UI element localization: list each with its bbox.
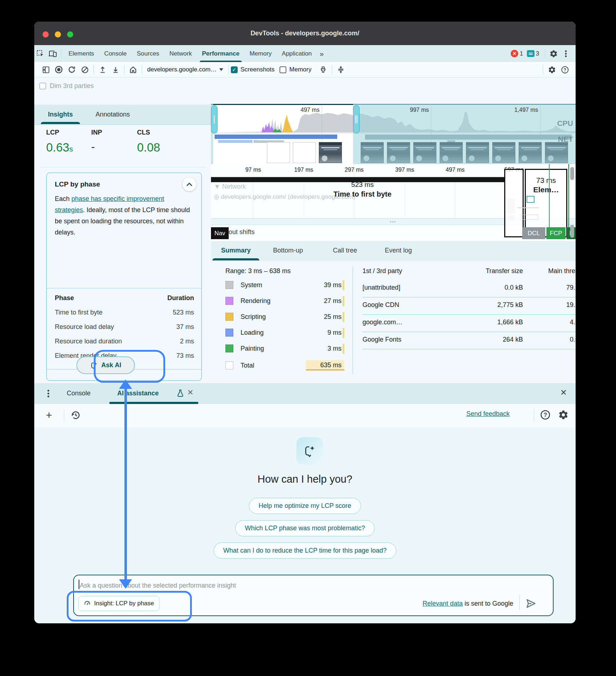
party-table-row[interactable]: Google CDN2,775 kB19.2 m (362, 301, 576, 309)
tab-application[interactable]: Application (277, 45, 317, 62)
close-ai-tab-icon[interactable]: ✕ (187, 388, 194, 397)
legend-row: Rendering27 ms (225, 297, 344, 305)
divider (39, 167, 206, 167)
tab-sources[interactable]: Sources (132, 45, 164, 62)
tab-elements[interactable]: Elements (63, 45, 99, 62)
upload-trace-icon[interactable] (96, 63, 109, 76)
ai-assistance-toolbar: + Send feedback ? (34, 404, 576, 428)
metric-cls-value[interactable]: 0.08 (137, 141, 160, 154)
settings-gear-icon[interactable] (545, 63, 558, 76)
expand-tracks-ellipsis[interactable]: … (390, 216, 396, 224)
download-trace-icon[interactable] (109, 63, 122, 76)
collapse-sections-icon[interactable] (334, 63, 347, 76)
network-section-label[interactable]: ▼ Network (214, 183, 246, 190)
ruler-tick: 397 ms (395, 167, 414, 173)
memory-checkbox[interactable] (280, 66, 286, 73)
devtools-window: DevTools - developers.google.com/ Elemen… (34, 22, 576, 623)
dim-third-parties-checkbox[interactable] (39, 83, 46, 89)
party-table-header: 1st / 3rd partyTransfer sizeMain thread … (362, 267, 576, 275)
annotation-ring-context-chip (67, 591, 192, 622)
more-tabs-icon[interactable]: » (317, 45, 327, 62)
collapse-insight-button[interactable] (182, 177, 196, 191)
metric-lcp-value[interactable]: 0.63s (46, 141, 73, 154)
inspect-element-icon[interactable] (34, 48, 47, 60)
device-toolbar-icon[interactable] (47, 48, 59, 60)
suggestion-chip[interactable]: Help me optimize my LCP score (249, 498, 361, 514)
overview-time-label: 497 ms (301, 107, 320, 113)
scrollbar-thumb[interactable] (570, 167, 574, 180)
lcp-marker-line (568, 164, 569, 231)
phase-row: Resource load duration2 ms (55, 338, 194, 345)
fcp-badge: FCP (546, 227, 566, 239)
legend-row: Scripting25 ms (225, 313, 344, 321)
legend-row-total: Total635 ms (225, 360, 344, 370)
history-icon[interactable] (70, 410, 81, 421)
tab-call-tree[interactable]: Call tree (333, 241, 357, 260)
ruler-tick: 497 ms (446, 167, 465, 173)
gc-brush-icon[interactable] (317, 63, 330, 76)
reload-record-icon[interactable] (65, 63, 78, 76)
ai-spark-icon (296, 437, 323, 465)
drawer-tab-console[interactable]: Console (67, 383, 91, 404)
tab-event-log[interactable]: Event log (385, 241, 412, 260)
tab-performance[interactable]: Performance (197, 45, 245, 62)
filmstrip-frame[interactable] (293, 142, 316, 163)
tab-console[interactable]: Console (99, 45, 132, 62)
close-drawer-icon[interactable]: ✕ (560, 388, 567, 398)
text-cursor (79, 580, 79, 589)
page-selector-dropdown[interactable]: developers.google.com… (147, 66, 223, 73)
sidebar-tab-strip: Insights Annotations (34, 105, 211, 125)
fcp-marker-line (549, 164, 550, 231)
send-prompt-icon[interactable] (525, 597, 537, 610)
party-table-row[interactable]: [unattributed]0.0 kB79.1 m (362, 284, 576, 291)
tab-insights[interactable]: Insights (48, 105, 73, 124)
tab-annotations[interactable]: Annotations (96, 105, 130, 124)
ruler-tick: 97 ms (245, 167, 261, 173)
legend-row: Painting3 ms (225, 344, 344, 352)
net-bar-selected (215, 135, 337, 139)
annotation-arrow (124, 387, 127, 579)
dim-third-parties-label: Dim 3rd parties (50, 82, 94, 90)
clear-icon[interactable] (78, 63, 91, 76)
party-table-row[interactable]: Google Fonts264 kB0.0 m (362, 336, 576, 343)
party-table-row[interactable]: google.com…1,666 kB4.6 m (362, 319, 576, 326)
settings-gear-icon[interactable] (547, 48, 560, 60)
issues-badge-icon[interactable] (527, 50, 534, 57)
more-options-kebab-icon[interactable] (560, 48, 572, 60)
filmstrip-frame[interactable] (267, 142, 290, 163)
suggestion-chip[interactable]: Which LCP phase was most problematic? (235, 520, 375, 536)
new-chat-plus-icon[interactable]: + (46, 409, 52, 421)
legend-row: Loading9 ms (225, 329, 344, 337)
help-icon[interactable]: ? (540, 409, 551, 420)
tab-bottom-up[interactable]: Bottom-up (273, 241, 303, 260)
net-track-label: NET (558, 135, 573, 144)
settings-gear-icon[interactable] (558, 409, 569, 420)
record-icon[interactable] (52, 63, 65, 76)
filmstrip-frame[interactable] (319, 142, 342, 163)
annotation-arrowhead-down (119, 579, 132, 589)
ruler-tick: 197 ms (294, 167, 313, 173)
relevant-data-link[interactable]: Relevant data (423, 600, 463, 607)
experiment-flask-icon (176, 389, 185, 398)
timeline-track-pane[interactable]: 97 ms 197 ms 297 ms 397 ms 497 ms 597 ms… (211, 164, 576, 241)
send-feedback-link[interactable]: Send feedback (466, 410, 510, 418)
panel-left-toggle-icon[interactable] (39, 63, 52, 76)
tab-memory[interactable]: Memory (245, 45, 277, 62)
summary-pane: Range: 3 ms – 638 ms System39 ms Renderi… (211, 261, 576, 383)
tab-summary[interactable]: Summary (221, 241, 251, 260)
suggestion-chip[interactable]: What can I do to reduce the LCP time for… (214, 543, 396, 559)
timeline-overview[interactable]: 497 ms 997 ms 1,497 ms CPU NET (211, 104, 576, 164)
drawer-kebab-icon[interactable] (47, 389, 49, 398)
screenshots-checkbox[interactable]: ✓ (231, 66, 238, 73)
error-count: 1 (520, 50, 523, 57)
legend-row: System39 ms (225, 281, 344, 289)
tab-network[interactable]: Network (164, 45, 197, 62)
scrollbar-thumb[interactable] (570, 225, 574, 238)
selection-handle-left[interactable] (211, 105, 217, 133)
window-title: DevTools - developers.google.com/ (34, 22, 576, 45)
home-icon[interactable] (127, 63, 140, 76)
help-icon[interactable]: ? (558, 63, 571, 76)
phase-row: Resource load delay37 ms (55, 323, 194, 331)
selection-handle-right[interactable] (353, 105, 360, 133)
error-badge-icon[interactable]: ✕ (511, 50, 518, 57)
